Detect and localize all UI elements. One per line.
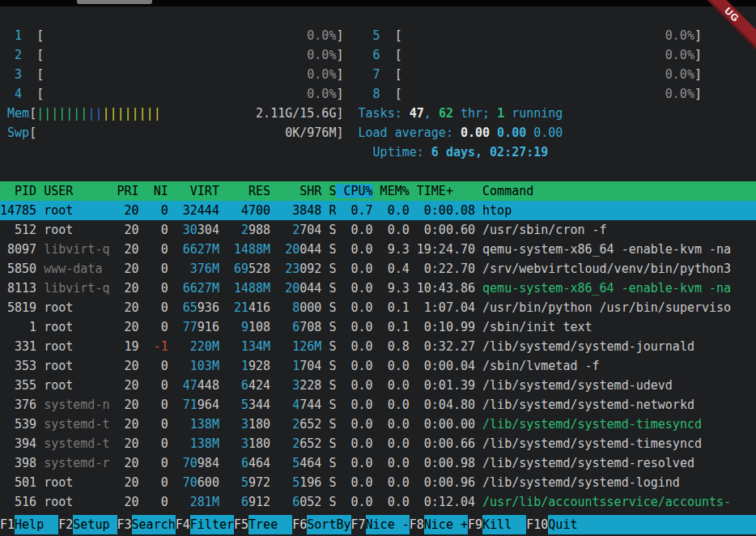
process-row[interactable]: 512 root 20 0 30304 2988 2704 S 0.0 0.0 … bbox=[0, 220, 756, 240]
cell-res-low: 528 bbox=[248, 262, 270, 276]
process-row[interactable]: 14785 root 20 0 32444 4700 3848 R 0.7 0.… bbox=[0, 201, 756, 220]
cell-user: root bbox=[36, 378, 109, 393]
cell-res-low: 344 bbox=[248, 398, 270, 412]
column-header-pid[interactable]: PID bbox=[0, 184, 36, 198]
cell-ni: 0 bbox=[139, 223, 168, 237]
process-row[interactable]: 398 systemd-r 20 0 70984 6464 5464 S 0.0… bbox=[0, 453, 756, 473]
cell-res: 1488M bbox=[219, 242, 270, 257]
cell-pid: 14785 bbox=[0, 203, 36, 218]
cell-pri: 20 bbox=[109, 359, 138, 373]
fn-f7-nice[interactable]: F7Nice - bbox=[351, 515, 410, 534]
column-header-s[interactable]: S bbox=[321, 184, 336, 198]
process-row[interactable]: 353 root 20 0 103M 1928 1704 S 0.0 0.0 0… bbox=[0, 356, 756, 376]
cell-res: 3 bbox=[219, 417, 248, 432]
process-row[interactable]: 5819 root 20 0 65936 21416 8000 S 0.0 0.… bbox=[0, 298, 756, 317]
status-segment: 0.00 bbox=[533, 125, 563, 140]
cell-ni: 0 bbox=[139, 398, 168, 412]
process-row[interactable]: 501 root 20 0 70600 5972 5196 S 0.0 0.0 … bbox=[0, 473, 756, 492]
fn-key-label: F9 bbox=[468, 515, 482, 534]
cpu-meter-label: 4 bbox=[0, 87, 22, 101]
fn-f4-filter[interactable]: F4Filter bbox=[176, 515, 234, 534]
fn-f10-quit[interactable]: F10Quit bbox=[526, 515, 592, 534]
cell-res: 9 bbox=[219, 320, 248, 334]
cpu-meter-row: 2 [ 0.0%] 6 [ 0.0%] bbox=[0, 45, 756, 65]
process-row[interactable]: 331 root 19 -1 220M 134M 126M S 0.0 0.8 … bbox=[0, 337, 756, 356]
cell-ni: -1 bbox=[139, 339, 168, 354]
cell-user: systemd-n bbox=[36, 398, 109, 412]
fn-f6-sortby[interactable]: F6SortBy bbox=[292, 515, 350, 534]
process-row[interactable]: 1 root 20 0 77916 9108 6708 S 0.0 0.1 0:… bbox=[0, 317, 756, 337]
column-header-cmd[interactable]: Command bbox=[475, 184, 533, 198]
fn-f2-setup[interactable]: F2Setup bbox=[58, 515, 117, 534]
cell-virt-low: 936 bbox=[197, 300, 219, 315]
process-row[interactable]: 8113 libvirt-q 20 0 6627M 1488M 20044 S … bbox=[0, 279, 756, 298]
cell-shr-low: 092 bbox=[299, 262, 321, 276]
fn-f3-search[interactable]: F3Search bbox=[117, 515, 176, 534]
cell-command: /lib/systemd/systemd-logind bbox=[475, 475, 680, 490]
fn-f5-tree[interactable]: F5Tree bbox=[234, 515, 292, 534]
fn-f8-nice[interactable]: F8Nice + bbox=[410, 515, 468, 534]
cell-time: 0:00.00 bbox=[410, 417, 475, 432]
cell-pri: 20 bbox=[109, 398, 138, 412]
column-header-res[interactable]: RES bbox=[219, 184, 270, 198]
cell-ni: 0 bbox=[139, 378, 168, 393]
column-header-time[interactable]: TIME+ bbox=[410, 184, 475, 198]
cell-shr-low: 464 bbox=[299, 456, 321, 470]
process-row[interactable]: 516 root 20 0 281M 6912 6052 S 0.0 0.0 0… bbox=[0, 492, 756, 512]
cell-time: 0:12.04 bbox=[410, 495, 475, 509]
process-row[interactable]: 8097 libvirt-q 20 0 6627M 1488M 20044 S … bbox=[0, 240, 756, 259]
meter-open-bracket: [ bbox=[22, 67, 44, 82]
status-segment: Load average: bbox=[359, 125, 461, 140]
cell-res-low: 180 bbox=[248, 436, 270, 451]
cell-virt: 6627M bbox=[168, 242, 219, 257]
cell-shr-low: 708 bbox=[299, 320, 321, 334]
cell-shr-low: 052 bbox=[299, 495, 321, 509]
process-row[interactable]: 394 systemd-t 20 0 138M 3180 2652 S 0.0 … bbox=[0, 434, 756, 453]
column-header-ni[interactable]: NI bbox=[139, 184, 168, 198]
cell-mem: 9.3 bbox=[373, 281, 410, 296]
cell-user: root bbox=[36, 300, 109, 315]
top-padding bbox=[0, 6, 756, 26]
cell-res-low: 972 bbox=[248, 475, 270, 490]
cell-user: systemd-t bbox=[36, 417, 109, 432]
process-row[interactable]: 355 root 20 0 47448 6424 3228 S 0.0 0.0 … bbox=[0, 376, 756, 395]
cell-cpu: 0.0 bbox=[336, 436, 372, 451]
cell-pid: 501 bbox=[0, 475, 36, 490]
column-header-cpu[interactable]: CPU% bbox=[336, 184, 372, 198]
cell-cpu: 0.0 bbox=[336, 456, 372, 470]
cell-ni: 0 bbox=[139, 495, 168, 509]
cell-virt: 47 bbox=[168, 378, 197, 393]
cpu-meter-row: 1 [ 0.0%] 5 [ 0.0%] bbox=[0, 26, 756, 45]
cell-pid: 355 bbox=[0, 378, 36, 393]
cell-state: S bbox=[321, 417, 336, 432]
cell-ni: 0 bbox=[139, 456, 168, 470]
fn-action-label: Tree bbox=[248, 515, 292, 534]
fn-f1-help[interactable]: F1Help bbox=[0, 515, 58, 534]
process-row[interactable]: 5850 www-data 20 0 376M 69528 23092 S 0.… bbox=[0, 259, 756, 279]
terminal-content: 1 [ 0.0%] 5 [ 0.0%] 2 [ 0.0%] 6 [ 0.0%] … bbox=[0, 6, 756, 512]
meter-open-bracket: [ bbox=[380, 67, 402, 82]
cpu-meter-value: 0.0% bbox=[402, 28, 694, 43]
column-header-shr[interactable]: SHR bbox=[270, 184, 321, 198]
column-header-mem[interactable]: MEM% bbox=[373, 184, 410, 198]
process-row[interactable]: 539 systemd-t 20 0 138M 3180 2652 S 0.0 … bbox=[0, 415, 756, 434]
fn-f9-kill[interactable]: F9Kill bbox=[468, 515, 526, 534]
cell-command: qemu-system-x86_64 -enable-kvm -na bbox=[475, 242, 731, 257]
function-key-bar: F1Help F2Setup F3SearchF4FilterF5Tree F6… bbox=[0, 515, 756, 534]
column-header-virt[interactable]: VIRT bbox=[168, 184, 219, 198]
status-segment: 0.00 bbox=[461, 125, 497, 140]
cell-cpu: 0.0 bbox=[336, 262, 372, 276]
cell-res: 69 bbox=[219, 262, 248, 276]
column-header-user[interactable]: USER bbox=[36, 184, 109, 198]
process-row[interactable]: 376 systemd-n 20 0 71964 5344 4744 S 0.0… bbox=[0, 395, 756, 415]
cell-pri: 20 bbox=[109, 242, 138, 257]
column-header-pri[interactable]: PRI bbox=[109, 184, 138, 198]
fn-key-label: F10 bbox=[526, 515, 548, 534]
cell-shr-low: 000 bbox=[299, 300, 321, 315]
cell-pid: 353 bbox=[0, 359, 36, 373]
cell-command: qemu-system-x86_64 -enable-kvm -na bbox=[475, 281, 731, 296]
fn-action-label: Nice - bbox=[366, 515, 410, 534]
cell-state: S bbox=[321, 456, 336, 470]
meter-open-bracket: [ bbox=[29, 106, 36, 121]
cell-shr: 23 bbox=[270, 262, 299, 276]
